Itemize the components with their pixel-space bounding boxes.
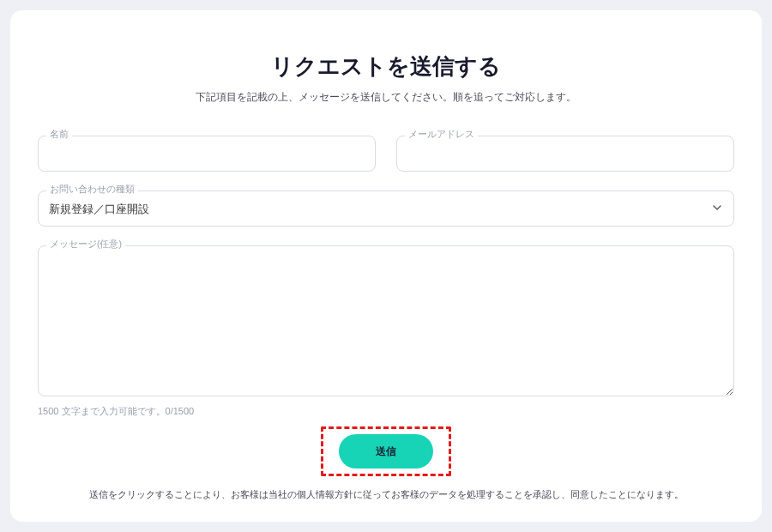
char-counter: 1500 文字まで入力可能です。0/1500 [38,405,734,418]
email-label: メールアドレス [405,129,478,141]
field-inquiry: お問い合わせの種類 新規登録／口座開設 [38,190,734,227]
submit-row: 送信 [38,426,734,476]
inquiry-label: お問い合わせの種類 [46,184,138,196]
name-label: 名前 [46,129,72,141]
row-message: メッセージ(任意) 1500 文字まで入力可能です。0/1500 [38,245,734,418]
row-inquiry: お問い合わせの種類 新規登録／口座開設 [38,190,734,227]
field-email: メールアドレス [396,136,734,172]
email-input[interactable] [396,136,734,172]
form-card: リクエストを送信する 下記項目を記載の上、メッセージを送信してください。順を追っ… [10,10,762,522]
submit-button[interactable]: 送信 [339,434,433,469]
message-textarea[interactable] [38,245,734,396]
name-input[interactable] [38,136,376,172]
row-name-email: 名前 メールアドレス [38,136,734,172]
page-subtitle: 下記項目を記載の上、メッセージを送信してください。順を追ってご対応します。 [38,90,734,105]
field-name: 名前 [38,136,376,172]
page-title: リクエストを送信する [38,51,734,82]
inquiry-select[interactable]: 新規登録／口座開設 [38,190,734,227]
message-label: メッセージ(任意) [46,239,125,251]
consent-text: 送信をクリックすることにより、お客様は当社の個人情報方針に従ってお客様のデータを… [38,488,734,501]
field-message: メッセージ(任意) 1500 文字まで入力可能です。0/1500 [38,245,734,418]
submit-highlight-box: 送信 [321,426,451,476]
